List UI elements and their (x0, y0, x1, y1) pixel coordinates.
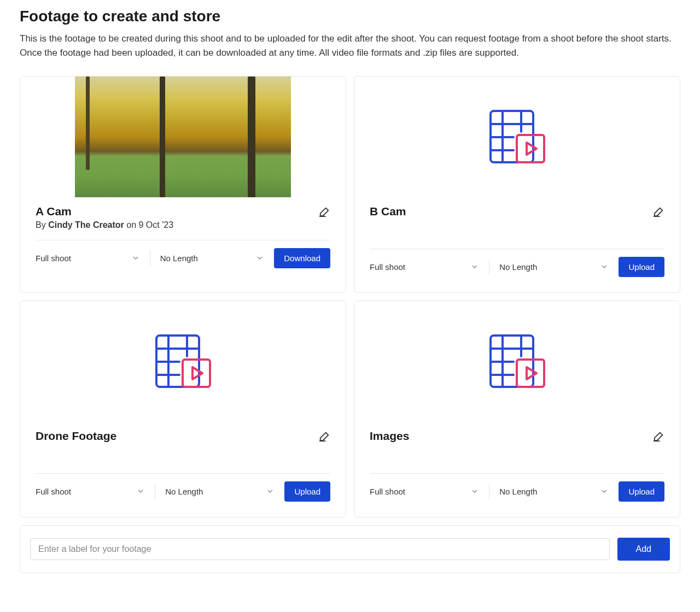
svg-rect-25 (517, 360, 544, 387)
film-play-icon (488, 332, 546, 390)
footage-card-b-cam: B Cam Full shoot No Length Upload (354, 76, 680, 293)
svg-rect-16 (183, 360, 210, 387)
shoot-select-value: Full shoot (36, 487, 71, 496)
chevron-down-icon (255, 254, 264, 262)
shoot-select[interactable]: Full shoot (370, 259, 489, 275)
footage-placeholder (354, 76, 680, 197)
chevron-down-icon (600, 487, 609, 496)
add-button[interactable]: Add (617, 538, 670, 561)
byline: By Cindy The Creator on 9 Oct '23 (36, 220, 330, 230)
film-play-icon (488, 108, 546, 166)
footage-cards-grid: A Cam By Cindy The Creator on 9 Oct '23 … (20, 76, 680, 517)
shoot-select-value: Full shoot (370, 262, 405, 272)
length-select-value: No Length (160, 254, 198, 263)
length-select[interactable]: No Length (489, 259, 609, 275)
card-title: Drone Footage (36, 429, 116, 443)
shoot-select-value: Full shoot (36, 254, 71, 263)
upload-button[interactable]: Upload (619, 257, 664, 277)
length-select-value: No Length (499, 262, 537, 272)
card-title: A Cam (36, 205, 72, 218)
page-description: This is the footage to be created during… (20, 32, 680, 61)
svg-marker-17 (192, 367, 202, 379)
byline-suffix: on 9 Oct '23 (124, 220, 173, 229)
shoot-select[interactable]: Full shoot (370, 484, 489, 499)
upload-button[interactable]: Upload (619, 481, 664, 502)
shoot-select[interactable]: Full shoot (36, 250, 150, 266)
footage-card-a-cam: A Cam By Cindy The Creator on 9 Oct '23 … (20, 76, 346, 293)
download-button[interactable]: Download (274, 248, 330, 268)
footage-placeholder (20, 301, 346, 422)
byline-author: Cindy The Creator (48, 220, 124, 229)
add-footage-row: Add (20, 525, 680, 573)
edit-icon[interactable] (652, 205, 664, 217)
svg-marker-26 (527, 367, 536, 379)
chevron-down-icon (600, 262, 609, 271)
thumbnail-image (75, 76, 291, 197)
shoot-select-value: Full shoot (370, 487, 405, 496)
footage-label-input[interactable] (30, 538, 610, 560)
svg-marker-8 (527, 143, 536, 155)
edit-icon[interactable] (652, 430, 664, 442)
upload-button[interactable]: Upload (284, 481, 330, 502)
footage-card-images: Images Full shoot No Length Upload (354, 301, 680, 517)
chevron-down-icon (266, 487, 275, 496)
byline-prefix: By (36, 220, 48, 229)
card-title: B Cam (370, 205, 406, 218)
chevron-down-icon (470, 262, 479, 271)
edit-icon[interactable] (318, 430, 330, 442)
footage-thumbnail (20, 76, 346, 197)
film-play-icon (154, 332, 212, 390)
shoot-select[interactable]: Full shoot (36, 484, 155, 499)
edit-icon[interactable] (318, 205, 330, 217)
footage-card-drone: Drone Footage Full shoot No Length Uploa… (20, 301, 346, 517)
page-title: Footage to create and store (20, 8, 680, 25)
length-select-value: No Length (499, 487, 537, 496)
card-title: Images (370, 429, 409, 443)
chevron-down-icon (131, 254, 140, 262)
svg-rect-7 (517, 135, 544, 162)
chevron-down-icon (136, 487, 145, 496)
chevron-down-icon (470, 487, 479, 496)
length-select-value: No Length (165, 487, 203, 496)
length-select[interactable]: No Length (489, 484, 609, 499)
footage-placeholder (354, 301, 680, 422)
length-select[interactable]: No Length (150, 250, 265, 266)
length-select[interactable]: No Length (155, 484, 275, 499)
